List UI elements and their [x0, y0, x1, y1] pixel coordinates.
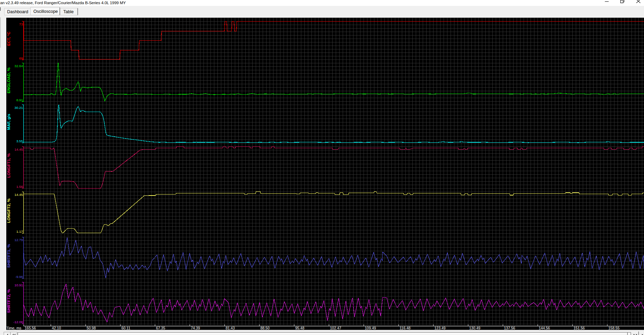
svg-text:-9.96: -9.96	[15, 275, 23, 279]
svg-text:SHRTFT2, %: SHRTFT2, %	[7, 289, 11, 313]
svg-text:50.98: 50.98	[87, 326, 96, 330]
svg-text:Table: Table	[63, 9, 74, 14]
svg-text:42.10: 42.10	[52, 326, 61, 330]
svg-text:ECT, °C: ECT, °C	[7, 32, 11, 46]
svg-text:14.45: 14.45	[14, 147, 23, 151]
svg-text:Dashboard: Dashboard	[7, 9, 29, 14]
svg-text:95.48: 95.48	[295, 326, 304, 330]
svg-text:74.39: 74.39	[191, 326, 200, 330]
svg-text:109.49: 109.49	[365, 326, 376, 330]
svg-text:12.79: 12.79	[14, 238, 23, 242]
svg-text:130.49: 130.49	[469, 326, 480, 330]
svg-text:88.50: 88.50	[261, 326, 270, 330]
svg-text:69: 69	[19, 56, 23, 60]
svg-text:MAF, g/s: MAF, g/s	[7, 114, 11, 130]
svg-text:158.55: 158.55	[609, 326, 620, 330]
svg-text:14.45: 14.45	[14, 193, 23, 197]
svg-text:10.91: 10.91	[14, 283, 23, 287]
svg-text:67.35: 67.35	[156, 326, 165, 330]
svg-text:3.55: 3.55	[16, 139, 23, 143]
svg-text:1.56: 1.56	[16, 185, 23, 189]
svg-text:151.56: 151.56	[574, 326, 585, 330]
svg-text:30.21: 30.21	[14, 106, 23, 110]
svg-text:8.91: 8.91	[16, 98, 23, 102]
svg-text:32.64: 32.64	[14, 64, 23, 68]
svg-text:ENGLOAD, %: ENGLOAD, %	[7, 67, 11, 93]
svg-text:116.48: 116.48	[400, 326, 411, 330]
svg-text:165.56: 165.56	[25, 326, 36, 330]
svg-text:60.11: 60.11	[121, 326, 130, 330]
svg-text:137.56: 137.56	[504, 326, 515, 330]
svg-text:Time, ms: Time, ms	[7, 326, 22, 330]
svg-text:1.17: 1.17	[16, 230, 23, 233]
svg-text:73: 73	[19, 22, 23, 26]
svg-text:-12.06: -12.06	[13, 320, 23, 324]
svg-text:123.49: 123.49	[435, 326, 446, 330]
svg-text:81.43: 81.43	[226, 326, 235, 330]
svg-text:SHRTFT1, %: SHRTFT1, %	[7, 244, 11, 268]
svg-text:LONGFT1, %: LONGFT1, %	[7, 153, 11, 178]
svg-text:Oscilloscope: Oscilloscope	[33, 9, 58, 14]
svg-text:102.47: 102.47	[330, 326, 341, 330]
svg-text:an v2.3.49 release, Ford Range: an v2.3.49 release, Ford Ranger/Courier/…	[0, 0, 126, 5]
svg-text:144.56: 144.56	[539, 326, 550, 330]
svg-text:LONGFT2, %: LONGFT2, %	[7, 198, 11, 223]
